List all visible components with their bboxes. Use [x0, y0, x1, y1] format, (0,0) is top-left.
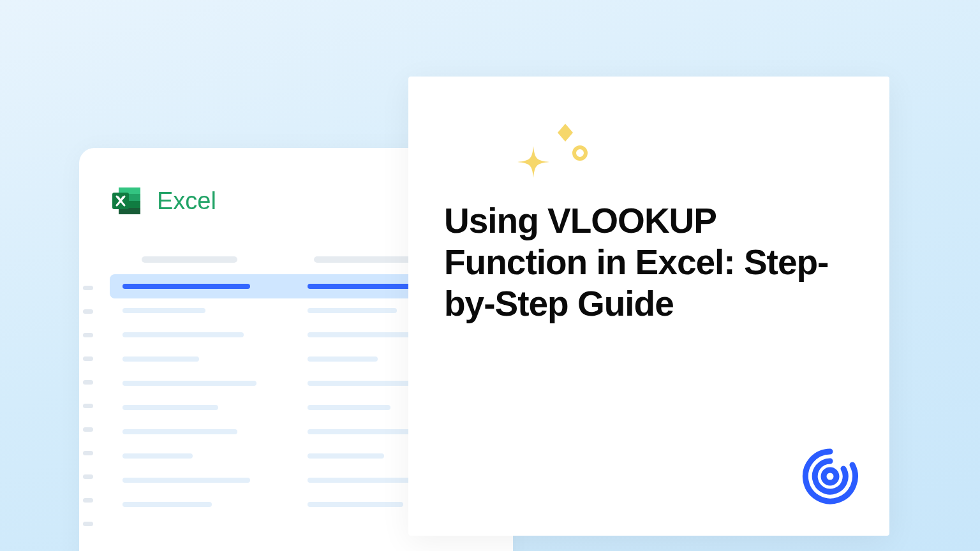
svg-point-8 [824, 470, 836, 483]
cell-skeleton [122, 308, 205, 313]
row-tick [83, 427, 93, 432]
row-tick [83, 498, 93, 503]
row-tick [83, 474, 93, 479]
brand-logo-icon [801, 448, 859, 505]
cell-skeleton [122, 332, 244, 337]
row-labels [83, 286, 93, 526]
row-tick [83, 333, 93, 337]
column-header-skeleton [314, 256, 416, 263]
sparkle-icon [508, 117, 597, 187]
cell-skeleton [122, 381, 256, 386]
row-tick [83, 451, 93, 455]
cell-skeleton [122, 478, 250, 483]
cell-skeleton [122, 502, 212, 507]
app-name: Excel [157, 187, 216, 215]
row-tick [83, 380, 93, 385]
cell-skeleton [308, 405, 390, 410]
cell-skeleton [122, 453, 193, 459]
cell-skeleton [122, 429, 237, 434]
cell-skeleton [122, 284, 250, 289]
cell-skeleton [122, 356, 199, 362]
svg-text:X: X [117, 195, 124, 207]
row-tick [83, 356, 93, 361]
page-title: Using VLOOKUP Function in Excel: Step-by… [444, 200, 854, 325]
cell-skeleton [122, 405, 218, 410]
title-card: Using VLOOKUP Function in Excel: Step-by… [408, 77, 889, 536]
row-tick [83, 309, 93, 314]
cell-skeleton [308, 356, 378, 362]
cell-skeleton [308, 453, 384, 459]
svg-point-7 [574, 147, 586, 159]
cell-skeleton [308, 502, 403, 507]
column-header-skeleton [142, 256, 237, 263]
excel-icon: X [110, 184, 144, 218]
row-tick [83, 522, 93, 526]
cell-skeleton [308, 308, 397, 313]
row-tick [83, 404, 93, 408]
row-tick [83, 286, 93, 290]
